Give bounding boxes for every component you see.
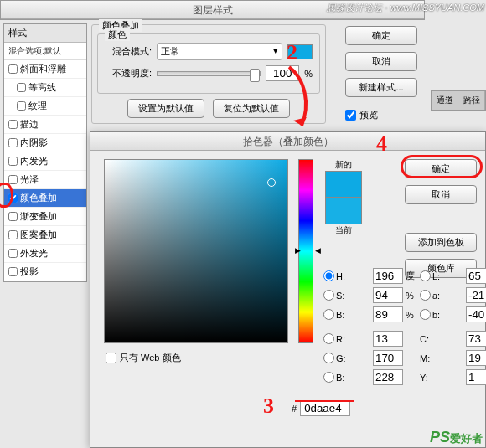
layer-ok-button[interactable]: 确定	[345, 26, 417, 45]
style-stroke[interactable]: 描边	[4, 116, 86, 134]
cb-color-overlay[interactable]	[8, 193, 18, 203]
picker-cancel-button[interactable]: 取消	[405, 185, 477, 204]
compare-swatches: 新的 当前	[325, 159, 362, 236]
web-only-label: 只有 Web 颜色	[120, 352, 181, 364]
radio-r[interactable]	[323, 333, 334, 344]
opacity-slider[interactable]	[157, 71, 261, 76]
input-g[interactable]	[373, 350, 403, 366]
styles-list: 样式 混合选项:默认 斜面和浮雕 等高线 纹理 描边 内阴影 内发光 光泽 颜色…	[3, 23, 87, 282]
blend-mode-label: 混合模式:	[105, 45, 152, 58]
hue-indicator-icon: ▶	[295, 246, 301, 255]
cb-inner-glow[interactable]	[8, 157, 18, 166]
logo-psahz: PS爱好者	[430, 429, 483, 446]
blend-mode-select[interactable]: 正常	[157, 43, 282, 60]
picker-ok-button[interactable]: 确定	[405, 159, 477, 178]
cb-gradient-overlay[interactable]	[8, 212, 18, 221]
cb-bevel[interactable]	[8, 64, 18, 74]
color-values: H: 度 L: S: % a: B: % b: R: C:	[323, 268, 486, 389]
style-drop-shadow[interactable]: 投影	[4, 263, 86, 281]
style-pattern-overlay[interactable]: 图案叠加	[4, 226, 86, 245]
input-y[interactable]	[466, 369, 486, 385]
new-label: 新的	[325, 159, 362, 171]
color-overlay-group: 颜色叠加 颜色 混合模式: 正常 不透明度: % 设置为默认值 复位为默认值	[91, 24, 326, 124]
cb-inner-shadow[interactable]	[8, 138, 18, 147]
cb-pattern-overlay[interactable]	[8, 230, 18, 239]
style-inner-glow[interactable]: 内发光	[4, 152, 86, 171]
styles-header: 样式	[4, 24, 86, 43]
color-sub-legend: 颜色	[105, 28, 130, 41]
style-outer-glow[interactable]: 外发光	[4, 245, 86, 263]
style-gradient-overlay[interactable]: 渐变叠加	[4, 208, 86, 226]
style-bevel[interactable]: 斜面和浮雕	[4, 60, 86, 79]
style-contour[interactable]: 等高线	[4, 79, 86, 97]
input-a[interactable]	[466, 287, 486, 303]
layer-cancel-button[interactable]: 取消	[345, 52, 417, 71]
opacity-percent: %	[304, 69, 313, 79]
overlay-color-swatch[interactable]	[287, 44, 313, 59]
style-satin[interactable]: 光泽	[4, 171, 86, 189]
input-c[interactable]	[466, 331, 486, 347]
bg-tabs: 通道 路径	[431, 90, 486, 111]
style-texture[interactable]: 纹理	[4, 97, 86, 116]
style-inner-shadow[interactable]: 内阴影	[4, 134, 86, 152]
radio-l[interactable]	[420, 270, 431, 281]
radio-s[interactable]	[323, 290, 334, 301]
cb-texture[interactable]	[17, 101, 26, 111]
radio-bb[interactable]	[323, 372, 334, 383]
input-bb[interactable]	[373, 369, 403, 385]
color-field[interactable]	[104, 159, 288, 343]
reset-default-button[interactable]: 复位为默认值	[213, 99, 290, 118]
picker-title: 拾色器（叠加颜色）	[90, 132, 485, 151]
cb-satin[interactable]	[8, 175, 18, 184]
hex-row: #	[292, 400, 350, 416]
radio-lab-b[interactable]	[420, 309, 431, 320]
current-swatch[interactable]	[325, 198, 362, 224]
input-s[interactable]	[373, 287, 403, 303]
cb-drop-shadow[interactable]	[8, 267, 18, 276]
web-only-checkbox[interactable]	[106, 353, 116, 363]
input-l[interactable]	[466, 268, 486, 284]
opacity-input[interactable]	[266, 65, 299, 81]
preview-checkbox[interactable]	[345, 110, 356, 121]
layer-right-buttons: 确定 取消 新建样式... 预览	[345, 26, 417, 121]
color-cursor-icon	[267, 178, 276, 187]
new-style-button[interactable]: 新建样式...	[345, 78, 417, 97]
tab-paths[interactable]: 路径	[458, 91, 485, 110]
annot-underline	[295, 400, 354, 402]
current-label: 当前	[325, 224, 362, 236]
input-r[interactable]	[373, 331, 403, 347]
radio-h[interactable]	[323, 270, 334, 281]
input-h[interactable]	[373, 268, 403, 284]
web-only-row[interactable]: 只有 Web 颜色	[106, 352, 181, 364]
preview-label: 预览	[359, 109, 378, 121]
cb-outer-glow[interactable]	[8, 249, 18, 258]
radio-b[interactable]	[323, 309, 334, 320]
watermark-top: 思缘设计论坛 · www.MISSYUAN.COM	[327, 2, 484, 14]
set-default-button[interactable]: 设置为默认值	[127, 99, 204, 118]
input-lab-b[interactable]	[466, 306, 486, 322]
add-swatch-button[interactable]: 添加到色板	[405, 233, 477, 252]
hex-input[interactable]	[300, 400, 350, 416]
radio-g[interactable]	[323, 353, 334, 363]
radio-a[interactable]	[420, 290, 431, 301]
style-color-overlay[interactable]: 颜色叠加	[4, 189, 86, 208]
input-b[interactable]	[373, 306, 403, 322]
blend-defaults[interactable]: 混合选项:默认	[4, 43, 86, 60]
input-m[interactable]	[466, 350, 486, 366]
opacity-label: 不透明度:	[105, 67, 152, 80]
cb-stroke[interactable]	[8, 120, 18, 129]
new-swatch[interactable]	[325, 171, 362, 198]
hash-icon: #	[292, 404, 297, 414]
picker-button-col: 确定 取消 添加到色板 颜色库	[405, 159, 477, 278]
cb-contour[interactable]	[17, 83, 26, 92]
tab-channels[interactable]: 通道	[432, 91, 458, 110]
color-picker-dialog: 拾色器（叠加颜色） ▶ 新的 当前 确定 取消 添加到色板 颜色库 H: 度 L…	[90, 131, 486, 448]
color-subgroup: 颜色 混合模式: 正常 不透明度: %	[97, 33, 320, 94]
